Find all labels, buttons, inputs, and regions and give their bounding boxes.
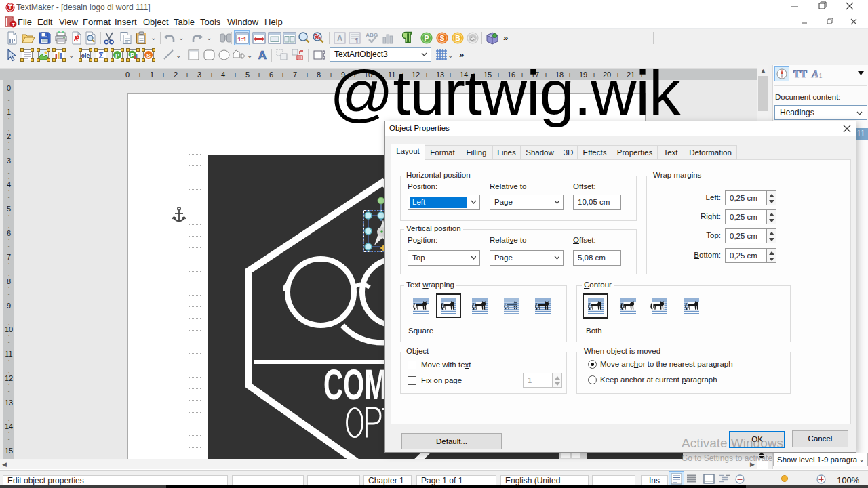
svg-text:P: P <box>424 34 429 42</box>
svg-text:P: P <box>115 52 119 59</box>
svg-text:ole: ole <box>81 52 90 59</box>
svg-text:T: T <box>8 4 12 11</box>
svg-text:1: 1 <box>818 71 823 79</box>
svg-text:P: P <box>130 52 134 58</box>
svg-text:T: T <box>12 22 15 28</box>
svg-text:A: A <box>811 68 818 79</box>
svg-text:ΤΤ: ΤΤ <box>793 68 807 79</box>
svg-text:A: A <box>258 49 267 61</box>
svg-text:Σ: Σ <box>98 51 103 60</box>
svg-text:B: B <box>455 34 460 42</box>
svg-text:1:1: 1:1 <box>237 35 247 43</box>
svg-text:S: S <box>146 52 151 59</box>
svg-text:A: A <box>337 34 343 43</box>
svg-text:¶: ¶ <box>355 37 359 43</box>
svg-text:S: S <box>439 34 444 42</box>
